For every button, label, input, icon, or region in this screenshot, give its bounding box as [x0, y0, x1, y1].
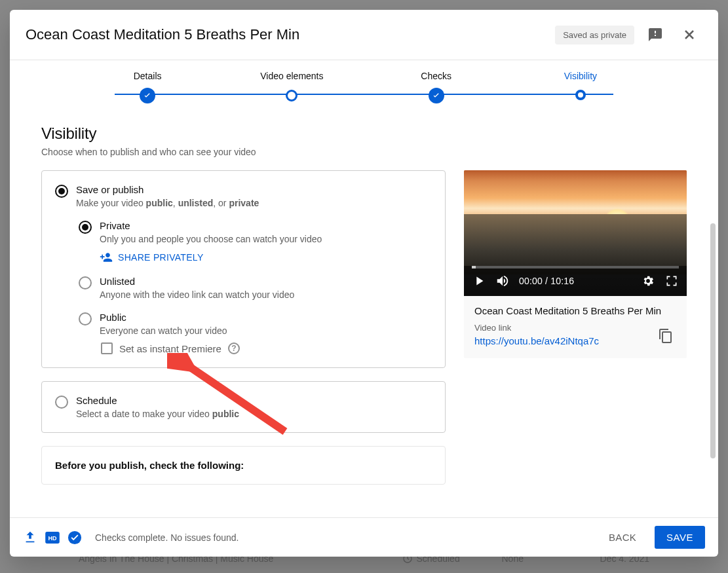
share-privately-button[interactable]: SHARE PRIVATELY — [100, 251, 322, 264]
public-radio[interactable]: Public Everyone can watch your video Set… — [79, 312, 432, 354]
preview-panel: 00:00 / 10:16 Ocean Coast Meditation 5 B… — [464, 170, 687, 358]
dialog-title: Ocean Coast Meditation 5 Breaths Per Min — [26, 26, 547, 43]
scrollbar[interactable] — [710, 223, 716, 458]
save-publish-radio[interactable]: Save or publish Make your video public, … — [55, 184, 432, 208]
stepper: Details Video elements Checks Visibility — [10, 60, 718, 109]
progress-bar[interactable] — [472, 266, 679, 268]
radio-checked-icon — [55, 185, 68, 198]
feedback-icon — [647, 27, 663, 43]
circle-active-icon — [575, 90, 586, 100]
back-button[interactable]: BACK — [598, 527, 647, 548]
private-desc: Only you and people you choose can watch… — [100, 234, 322, 244]
step-checks[interactable]: Checks — [364, 71, 508, 103]
section-heading: Visibility — [41, 124, 687, 143]
private-label: Private — [100, 220, 322, 231]
step-video-elements[interactable]: Video elements — [220, 71, 364, 103]
dialog-body: Visibility Choose when to publish and wh… — [10, 109, 718, 517]
public-desc: Everyone can watch your video — [100, 325, 240, 336]
close-icon — [681, 27, 697, 43]
step-visibility[interactable]: Visibility — [508, 71, 653, 103]
saved-status-pill: Saved as private — [555, 26, 634, 45]
preview-video-title: Ocean Coast Meditation 5 Breaths Per Min — [474, 305, 676, 316]
dialog-header: Ocean Coast Meditation 5 Breaths Per Min… — [10, 10, 718, 60]
unlisted-radio[interactable]: Unlisted Anyone with the video link can … — [79, 276, 432, 300]
feedback-button[interactable] — [642, 22, 668, 48]
video-link-url[interactable]: https://youtu.be/av42iNtqa7c — [474, 335, 599, 346]
schedule-desc: Select a date to make your video public — [76, 409, 239, 419]
premiere-label: Set as instant Premiere — [119, 343, 221, 354]
radio-checked-icon — [79, 221, 92, 234]
hd-badge-icon: HD — [45, 532, 60, 544]
copy-icon — [658, 328, 674, 344]
svg-text:HD: HD — [48, 534, 57, 541]
notice-title: Before you publish, check the following: — [55, 460, 432, 471]
save-publish-title: Save or publish — [76, 184, 259, 195]
circle-icon — [286, 90, 297, 102]
save-publish-card: Save or publish Make your video public, … — [41, 170, 446, 368]
help-icon[interactable]: ? — [228, 342, 240, 354]
player-time: 00:00 / 10:16 — [519, 276, 632, 286]
fullscreen-button[interactable] — [664, 274, 679, 288]
radio-icon — [55, 396, 68, 409]
check-circle-icon — [140, 88, 155, 103]
premiere-row: Set as instant Premiere ? — [101, 342, 240, 354]
section-subheading: Choose when to publish and who can see y… — [41, 147, 687, 157]
volume-button[interactable] — [495, 274, 510, 288]
private-radio[interactable]: Private Only you and people you choose c… — [79, 220, 432, 264]
upload-icon — [23, 530, 37, 545]
schedule-title: Schedule — [76, 395, 239, 406]
radio-icon — [79, 312, 92, 325]
step-details[interactable]: Details — [75, 71, 220, 103]
check-circle-icon — [67, 530, 82, 545]
player-controls: 00:00 / 10:16 — [464, 266, 687, 296]
notice-card: Before you publish, check the following: — [41, 446, 446, 485]
footer-status: Checks complete. No issues found. — [95, 532, 590, 543]
save-publish-desc: Make your video public, unlisted, or pri… — [76, 198, 259, 208]
check-circle-icon — [429, 88, 444, 103]
upload-dialog: Ocean Coast Meditation 5 Breaths Per Min… — [10, 10, 718, 557]
settings-button[interactable] — [641, 274, 655, 288]
premiere-checkbox[interactable] — [101, 342, 113, 354]
public-label: Public — [100, 312, 240, 323]
dialog-footer: HD Checks complete. No issues found. BAC… — [10, 517, 718, 557]
unlisted-label: Unlisted — [100, 276, 294, 287]
video-player[interactable]: 00:00 / 10:16 — [464, 170, 687, 296]
person-add-icon — [100, 251, 113, 264]
radio-icon — [79, 276, 92, 289]
save-button[interactable]: SAVE — [655, 526, 705, 549]
schedule-card[interactable]: Schedule Select a date to make your vide… — [41, 381, 446, 433]
unlisted-desc: Anyone with the video link can watch you… — [100, 289, 294, 300]
play-button[interactable] — [472, 274, 486, 288]
copy-link-button[interactable] — [658, 328, 676, 346]
video-link-label: Video link — [474, 323, 599, 333]
close-button[interactable] — [676, 22, 702, 48]
